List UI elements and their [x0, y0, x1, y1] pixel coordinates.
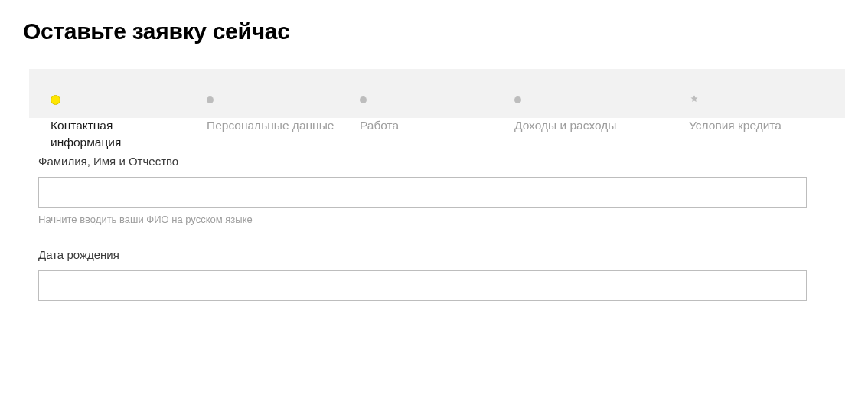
step-credit-terms[interactable]: Условия кредита [689, 96, 782, 134]
birthdate-input[interactable] [38, 270, 807, 301]
step-work[interactable]: Работа [360, 96, 514, 134]
form-group-fullname: Фамилия, Имя и Отчество Начните вводить … [38, 155, 807, 225]
step-dot-icon [360, 96, 367, 103]
step-personal-data[interactable]: Персональные данные [207, 96, 360, 134]
step-dot-icon [51, 95, 60, 105]
fullname-label: Фамилия, Имя и Отчество [38, 155, 807, 168]
step-label: Работа [360, 117, 399, 134]
birthdate-label: Дата рождения [38, 248, 807, 261]
form-stepper: Контактная информация Персональные данны… [29, 69, 845, 118]
fullname-hint: Начните вводить ваши ФИО на русском язык… [38, 214, 807, 225]
step-label: Контактная информация [51, 117, 121, 152]
step-dot-icon [207, 96, 214, 103]
step-income-expenses[interactable]: Доходы и расходы [514, 96, 689, 134]
step-star-icon [689, 94, 700, 105]
page-title: Оставьте заявку сейчас [23, 18, 845, 44]
form-group-birthdate: Дата рождения [38, 248, 807, 301]
step-dot-icon [514, 96, 521, 103]
step-label: Персональные данные [207, 117, 334, 134]
step-label: Доходы и расходы [514, 117, 616, 134]
fullname-input[interactable] [38, 177, 807, 208]
step-label: Условия кредита [689, 117, 782, 134]
step-contact-info[interactable]: Контактная информация [51, 96, 207, 152]
